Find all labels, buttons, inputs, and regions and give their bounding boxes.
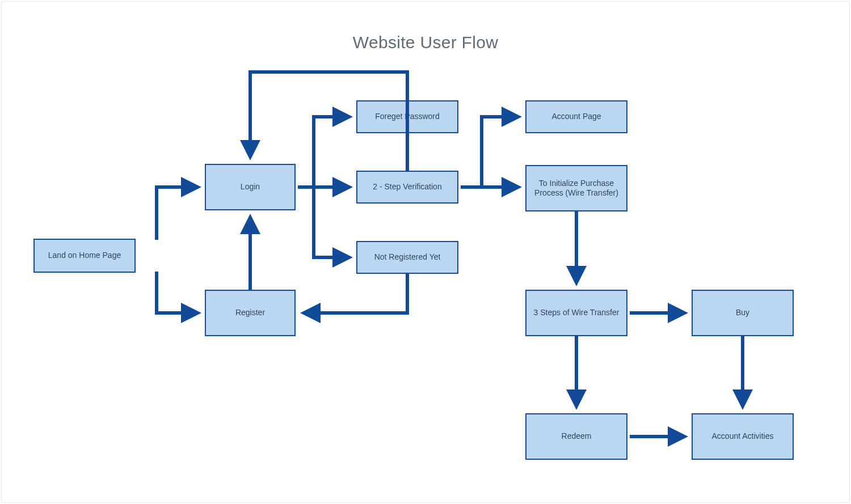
node-home: Land on Home Page — [33, 239, 136, 273]
node-label: Redeem — [562, 431, 592, 442]
node-notreg: Not Registered Yet — [356, 241, 458, 274]
diagram-title: Website User Flow — [2, 33, 849, 52]
node-threesteps: 3 Steps of Wire Transfer — [525, 290, 627, 336]
arrow-notreg-to-register — [304, 274, 407, 313]
node-initpurchase: To Initialize Purchase Process (Wire Tra… — [525, 165, 627, 211]
node-label: 2 - Step Verification — [373, 182, 441, 192]
diagram-frame: Website User Flow Land on Home Page Logi… — [1, 1, 850, 503]
node-activities: Account Activities — [692, 413, 794, 460]
node-label: To Initialize Purchase Process (Wire Tra… — [531, 179, 622, 198]
node-label: Account Activities — [712, 431, 774, 442]
node-label: Foreget Password — [375, 112, 440, 122]
arrow-login-to-forget — [314, 117, 349, 187]
node-label: Buy — [736, 308, 749, 318]
node-redeem: Redeem — [525, 413, 627, 460]
node-login: Login — [205, 164, 296, 210]
node-twostep: 2 - Step Verification — [356, 171, 458, 204]
arrow-login-to-notreg — [314, 187, 349, 257]
node-label: Land on Home Page — [48, 251, 121, 261]
node-register: Register — [205, 290, 296, 336]
arrow-home-to-register — [157, 272, 198, 313]
arrow-home-to-login — [157, 187, 198, 240]
node-forget: Foreget Password — [356, 100, 458, 133]
node-label: Login — [241, 182, 260, 192]
node-label: Account Page — [551, 112, 601, 122]
node-label: 3 Steps of Wire Transfer — [534, 308, 620, 318]
node-label: Not Registered Yet — [374, 252, 441, 262]
node-buy: Buy — [692, 290, 794, 336]
node-label: Register — [235, 308, 265, 318]
arrow-twostep-to-account — [482, 117, 519, 188]
node-account: Account Page — [525, 100, 627, 133]
